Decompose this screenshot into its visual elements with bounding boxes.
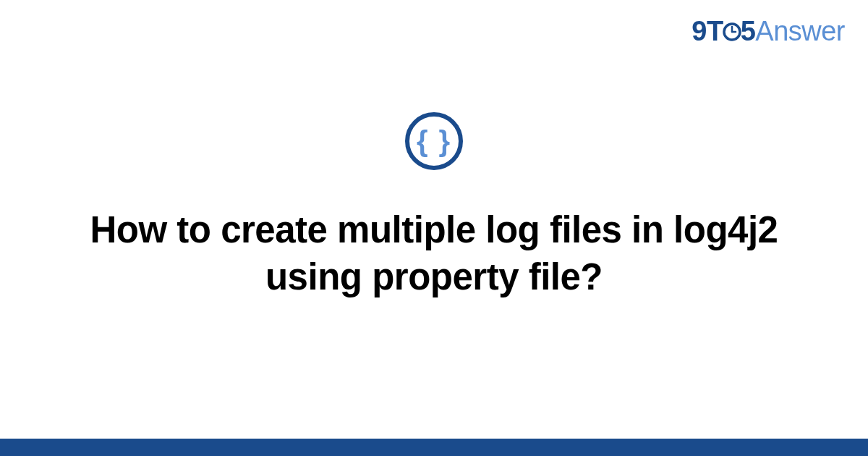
bottom-accent-bar xyxy=(0,439,868,456)
braces-glyph: { } xyxy=(417,127,451,156)
main-content: { } How to create multiple log files in … xyxy=(0,0,868,456)
question-title: How to create multiple log files in log4… xyxy=(40,206,828,301)
code-braces-icon: { } xyxy=(405,112,463,170)
